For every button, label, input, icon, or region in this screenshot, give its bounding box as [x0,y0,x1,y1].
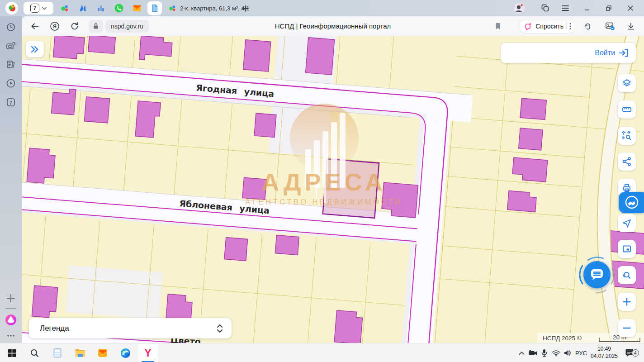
share-button[interactable] [618,152,636,171]
login-button[interactable]: Войти [501,43,636,63]
minimize-button[interactable] [577,0,597,16]
tray-volume-icon[interactable] [562,343,573,362]
pinned-tab-whatsapp[interactable] [113,2,125,14]
address-field[interactable]: nspd.gov.ru [105,20,149,33]
expand-sidebar-button[interactable] [26,41,44,57]
map-render: Ягодная улица Яблоневая улица Цвето [22,36,644,343]
pinned-tab-mail[interactable] [131,2,143,14]
tabs-counter-button[interactable]: 7 [6,97,16,107]
close-icon [627,5,634,11]
language-label: РУС [575,350,587,357]
key-icon [584,22,593,31]
notification-badge: 4 [632,349,639,357]
notification-center-button[interactable]: 4 [622,343,638,362]
spatial-search-button[interactable] [618,127,636,145]
pinned-tab-neuro[interactable] [77,2,89,14]
measure-button[interactable] [618,100,636,119]
tab-apartment[interactable]: 2-к. квартира, 61,3 м², 4/1 [149,2,249,14]
ask-ai-button[interactable]: Спросить [519,19,575,33]
taskbar-search-button[interactable] [26,343,43,362]
refresh-button[interactable] [67,19,82,34]
watermark-subtitle: АГЕНТСТВО НЕДВИЖИМОСТИ [245,198,402,206]
chevron-down-icon [42,7,47,10]
bookmark-button[interactable] [490,19,506,34]
login-arrow-icon [619,48,629,57]
login-label: Войти [595,49,615,57]
pinned-tab-services[interactable] [59,2,71,14]
tray-expand-button[interactable] [516,343,526,362]
zoom-in-button[interactable] [618,293,636,311]
mail-icon [132,3,142,13]
watermark-title: АДРЕСА [261,168,386,195]
select-area-search-icon [621,130,632,141]
tab-groups-button[interactable] [535,0,555,16]
video-button[interactable] [6,78,16,88]
alice-assistant-button[interactable] [5,314,17,326]
wifi-icon [552,350,560,357]
screenshot-tool-button[interactable] [6,41,16,51]
locate-button[interactable] [618,214,636,232]
taskbar-yandex-browser-app[interactable]: Y [140,343,156,362]
tray-device-icon[interactable] [527,343,539,362]
downloads-button[interactable] [623,19,639,34]
taskbar-calculator-app[interactable] [49,343,66,362]
windows-icon [8,349,16,357]
time-label: 10:49 [591,346,618,353]
mini-map-icon [621,243,632,254]
sidebar-more-button[interactable] [6,331,16,341]
browser-logo-icon[interactable] [5,2,18,14]
ai-chat-icon [524,22,533,31]
search-on-map-button[interactable] [618,266,636,284]
legend-label: Легенда [40,324,69,333]
tab-title: 2-к. квартира, 61,3 м², 4/1 [180,5,249,12]
map-canvas[interactable]: Ягодная улица Яблоневая улица Цвето [22,36,644,343]
tab-count: 7 [30,4,39,13]
kebab-menu-icon[interactable] [569,23,571,30]
browser-sidebar: 7 [0,16,22,343]
language-indicator[interactable]: РУС [573,343,589,362]
taskbar-edge-app[interactable] [117,343,133,362]
sidebar-add-button[interactable] [6,293,16,303]
profile-avatar[interactable] [509,0,529,16]
taskbar-mail-app[interactable] [95,343,111,362]
zoom-out-button[interactable] [618,319,636,337]
chat-support-button[interactable] [583,261,611,288]
screen: 7 [0,0,644,362]
pinned-tab-buildings[interactable] [95,2,107,14]
calculator-icon [52,348,63,358]
map-assistant-button[interactable] [619,192,644,213]
new-tab-button[interactable] [240,3,251,14]
layers-icon [621,78,632,89]
layers-button[interactable] [618,74,636,92]
close-button[interactable] [620,0,640,16]
buildings-icon [96,4,105,13]
minus-icon [622,323,632,333]
minimap-button[interactable] [618,240,636,258]
blue-a-icon [79,4,87,12]
restore-button[interactable] [599,0,619,16]
navigation-arrow-icon [621,218,632,229]
screenshot-extension-button[interactable] [602,19,618,34]
tabs-stack-icon [541,4,550,13]
yandex-circle-icon: Я [50,21,60,31]
hamburger-icon [561,5,569,11]
back-button[interactable] [27,19,43,34]
taskbar-explorer-app[interactable] [72,343,88,362]
tray-wifi-icon[interactable] [550,343,562,362]
plus-icon [622,297,632,307]
clock[interactable]: 10:49 04.07.2025 [590,343,618,362]
legend-panel[interactable]: Легенда [29,318,232,338]
site-security-button[interactable] [89,20,103,33]
notes-button[interactable] [6,59,16,69]
yandex-browser-icon: Y [144,347,152,359]
password-extension-button[interactable] [581,19,596,34]
menu-button[interactable] [555,0,575,16]
yandex-search-button[interactable]: Я [47,19,62,34]
collapse-chevrons-icon[interactable] [216,324,223,333]
ruler-icon [621,104,632,115]
divider [566,22,567,30]
tab-counter-button[interactable]: 7 [24,2,53,14]
tray-microphone-icon[interactable] [539,343,549,362]
history-button[interactable] [6,22,16,32]
start-button[interactable] [4,343,20,362]
